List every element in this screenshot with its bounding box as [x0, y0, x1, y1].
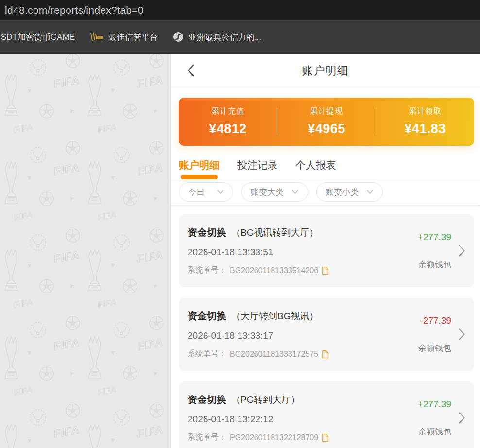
page-header: 账户明细 [171, 54, 480, 87]
transaction-datetime: 2026-01-18 13:33:17 [188, 330, 418, 341]
transaction-subtitle: （PG转到大厅） [231, 394, 300, 406]
bookmark-item-platform[interactable]: 最佳信誉平台 [89, 32, 158, 43]
bookmark-item-usdt[interactable]: SDT加密货币GAME [1, 32, 75, 43]
bookmark-label: 亚洲最具公信力的... [189, 32, 261, 43]
transaction-amount: +277.39 [418, 399, 451, 410]
fifa-watermark-pattern: FIFA [0, 54, 171, 448]
transaction-title: 资金切换 [188, 226, 226, 239]
transaction-subtitle: （BG视讯转到大厅） [231, 226, 318, 239]
summary-value: ¥4965 [308, 121, 345, 137]
order-number-value: BG202601181333514206 [230, 266, 318, 275]
filter-label: 账变大类 [251, 187, 284, 198]
url-text[interactable]: ld48.com/reports/index?tab=0 [5, 4, 144, 16]
transaction-wallet: 余额钱包 [418, 426, 451, 437]
summary-label: 累计领取 [409, 106, 442, 117]
bookmarks-bar: SDT加密货币GAME 最佳信誉平台 亚洲最具公信力的... [0, 20, 480, 54]
browser-url-bar[interactable]: ld48.com/reports/index?tab=0 [0, 0, 480, 20]
transaction-info: 资金切换 （PG转到大厅） 2026-01-18 13:22:12 系统单号： … [188, 393, 418, 443]
filter-dropdown[interactable]: 今日 [179, 182, 233, 202]
summary-total-withdraw: 累计提现 ¥4965 [277, 106, 376, 137]
background-pattern: FIFA [0, 54, 171, 448]
copy-icon[interactable] [322, 266, 329, 275]
transaction-row[interactable]: 资金切换 （BG视讯转到大厅） 2026-01-18 13:33:51 系统单号… [179, 214, 474, 287]
transaction-amount-block: +277.39 余额钱包 [418, 399, 451, 437]
bookmark-label: 最佳信誉平台 [108, 32, 158, 43]
transaction-info: 资金切换 （BG视讯转到大厅） 2026-01-18 13:33:51 系统单号… [188, 226, 418, 276]
chevron-down-icon [217, 190, 224, 194]
transaction-amount-block: -277.39 余额钱包 [418, 315, 451, 354]
tab-label: 账户明细 [179, 159, 220, 171]
transaction-subtitle: （大厅转到BG视讯） [231, 310, 318, 323]
summary-label: 累计提现 [310, 106, 343, 117]
copy-icon[interactable] [322, 433, 329, 442]
transaction-datetime: 2026-01-18 13:33:51 [188, 247, 418, 258]
transaction-row[interactable]: 资金切换 （大厅转到BG视讯） 2026-01-18 13:33:17 系统单号… [179, 298, 474, 371]
chevron-left-icon [187, 64, 195, 77]
chevron-down-icon [366, 190, 374, 194]
filter-bar: 今日 账变大类 账变小类 [171, 179, 480, 206]
transaction-row[interactable]: 资金切换 （PG转到大厅） 2026-01-18 13:22:12 系统单号： … [179, 381, 474, 448]
transaction-amount: -277.39 [420, 315, 451, 326]
page-title: 账户明细 [302, 63, 349, 78]
transaction-wallet: 余额钱包 [418, 343, 451, 354]
tab-account-detail[interactable]: 账户明细 [179, 158, 220, 179]
tab-label: 个人报表 [295, 159, 336, 171]
filter-dropdown[interactable]: 账变大类 [241, 182, 308, 202]
gold-logo-icon [89, 32, 104, 42]
summary-value: ¥41.83 [404, 121, 446, 137]
chevron-right-icon[interactable] [458, 328, 465, 341]
summary-total-claimed: 累计领取 ¥41.83 [376, 106, 474, 137]
active-tab-underline [181, 175, 218, 179]
order-number-value: PG202601181322128709 [230, 433, 318, 442]
tab-label: 投注记录 [237, 159, 278, 171]
copy-icon[interactable] [322, 350, 329, 359]
summary-card: 累计充值 ¥4812 累计提现 ¥4965 累计领取 ¥41.83 [179, 98, 474, 146]
chevron-right-icon[interactable] [458, 412, 465, 424]
summary-value: ¥4812 [209, 121, 247, 137]
bookmark-label: SDT加密货币GAME [1, 32, 75, 43]
tab-bet-records[interactable]: 投注记录 [237, 158, 278, 179]
transaction-title: 资金切换 [188, 393, 226, 406]
summary-label: 累计充值 [211, 106, 244, 117]
transaction-amount-block: +277.39 余额钱包 [418, 232, 451, 270]
bookmark-item-asia[interactable]: 亚洲最具公信力的... [172, 31, 261, 43]
order-number-value: BG202601181333172575 [230, 350, 318, 359]
transaction-info: 资金切换 （大厅转到BG视讯） 2026-01-18 13:33:17 系统单号… [188, 310, 418, 359]
globe-icon [172, 31, 184, 43]
transaction-title: 资金切换 [188, 310, 226, 323]
filter-dropdown[interactable]: 账变小类 [316, 182, 383, 202]
chevron-down-icon [291, 190, 299, 194]
tab-personal-report[interactable]: 个人报表 [295, 158, 336, 179]
filter-label: 今日 [188, 187, 205, 198]
content-panel: 账户明细 累计充值 ¥4812 累计提现 ¥4965 累计领取 ¥41.83 账… [171, 54, 480, 448]
transaction-list: 资金切换 （BG视讯转到大厅） 2026-01-18 13:33:51 系统单号… [171, 206, 480, 448]
transaction-wallet: 余额钱包 [418, 259, 451, 270]
transaction-amount: +277.39 [418, 232, 451, 242]
transaction-datetime: 2026-01-18 13:22:12 [188, 414, 418, 425]
chevron-right-icon[interactable] [458, 244, 465, 257]
tab-bar: 账户明细 投注记录 个人报表 [171, 146, 480, 179]
order-number-label: 系统单号： [188, 265, 226, 276]
back-button[interactable] [187, 64, 195, 77]
order-number-label: 系统单号： [188, 349, 226, 359]
filter-label: 账变小类 [326, 187, 359, 198]
order-number-label: 系统单号： [188, 432, 226, 443]
summary-total-deposit: 累计充值 ¥4812 [179, 106, 277, 137]
